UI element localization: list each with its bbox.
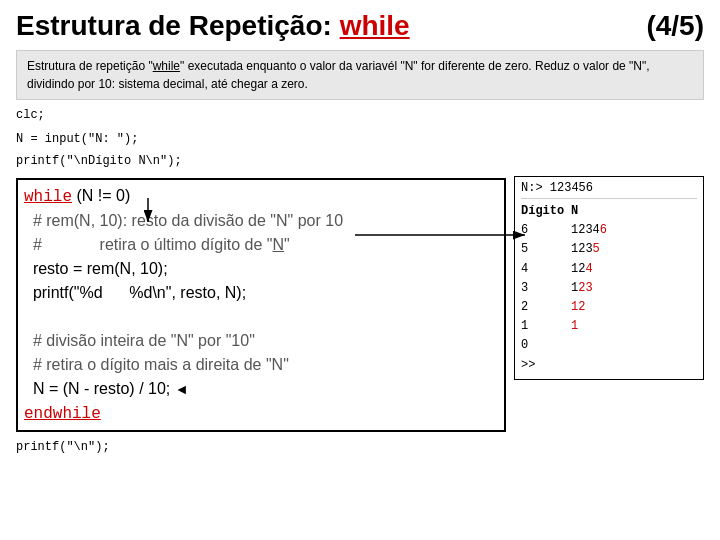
resto-line: resto = rem(N, 10);: [24, 257, 498, 281]
title-row: Estrutura de Repetição: while (4/5): [16, 10, 704, 42]
page-title: Estrutura de Repetição: while: [16, 10, 410, 42]
printf-fmt-line: printf("%d %d\n", resto, N);: [24, 281, 498, 305]
comment2-line: # retira o último dígito de "N": [24, 233, 498, 257]
while-block: while (N != 0) # rem(N, 10): resto da di…: [16, 178, 506, 432]
left-code-panel: while (N != 0) # rem(N, 10): resto da di…: [16, 176, 506, 456]
description-box: Estrutura de repetição "while" executada…: [16, 50, 704, 100]
row-8-n: [571, 356, 697, 375]
row-6-digito: 1: [521, 317, 571, 336]
row-1-n: 12346: [571, 221, 697, 240]
row-4-n: 123: [571, 279, 697, 298]
code-clc-line: clc;: [16, 106, 704, 124]
endwhile-line: endwhile: [24, 401, 498, 426]
printf-digito-statement: printf("\nDígito N\n");: [16, 152, 704, 170]
slide-number: (4/5): [646, 10, 704, 42]
while-keyword: while: [24, 188, 72, 206]
row-8-digito: >>: [521, 356, 571, 375]
row-3-n: 124: [571, 260, 697, 279]
code-input-line: N = input("N: ");: [16, 130, 704, 148]
endwhile-keyword: endwhile: [24, 405, 101, 423]
code-printf-digito-area: printf("\nDígito N\n");: [16, 152, 704, 170]
row-5-n-red: 12: [571, 300, 585, 314]
row-2-digito: 5: [521, 240, 571, 259]
underlined-n: N: [272, 236, 284, 253]
while-header-line: while (N != 0): [24, 184, 498, 209]
page: Estrutura de Repetição: while (4/5) Estr…: [0, 0, 720, 540]
printf-end-statement: printf("\n");: [16, 438, 506, 456]
row-3-n-red: 4: [585, 262, 592, 276]
code-printf-end-area: printf("\n");: [16, 438, 506, 456]
title-while: while: [340, 10, 410, 41]
comment3-line: # divisão inteira de "N" por "10": [24, 329, 498, 353]
row-3-digito: 4: [521, 260, 571, 279]
col-header-n: N: [571, 202, 697, 221]
row-4-n-red: 23: [578, 281, 592, 295]
row-1-n-red: 6: [600, 223, 607, 237]
row-4-digito: 3: [521, 279, 571, 298]
row-5-n: 12: [571, 298, 697, 317]
main-content: while (N != 0) # rem(N, 10): resto da di…: [16, 176, 704, 456]
desc-while-keyword: while: [153, 59, 180, 73]
clc-statement: clc;: [16, 106, 704, 124]
output-table: Dígito N 6 12346 5 1235 4 124 3 123 2 12…: [521, 202, 697, 375]
row-6-n-red: 1: [571, 319, 578, 333]
row-2-n: 1235: [571, 240, 697, 259]
n-calc-line: N = (N - resto) / 10; ◄: [24, 377, 498, 401]
title-prefix: Estrutura de Repetição:: [16, 10, 340, 41]
row-7-digito: 0: [521, 336, 571, 355]
row-1-digito: 6: [521, 221, 571, 240]
comment1-line: # rem(N, 10): resto da divisão de "N" po…: [24, 209, 498, 233]
n-input-statement: N = input("N: ");: [16, 130, 704, 148]
row-5-digito: 2: [521, 298, 571, 317]
right-panel: N:> 123456 Dígito N 6 12346 5 1235 4 124…: [514, 176, 704, 380]
input-display: N:> 123456: [521, 181, 697, 199]
row-2-n-red: 5: [593, 242, 600, 256]
col-header-digito: Dígito: [521, 202, 571, 221]
row-6-n: 1: [571, 317, 697, 336]
blank-line-1: [24, 305, 498, 329]
row-7-n: [571, 336, 697, 355]
comment4-line: # retira o dígito mais a direita de "N": [24, 353, 498, 377]
